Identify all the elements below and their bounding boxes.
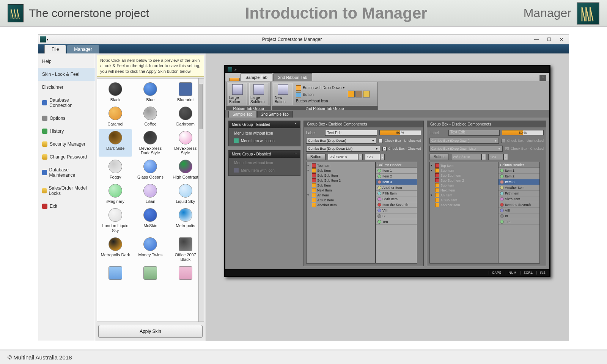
- list-item[interactable]: Fifth Item: [376, 191, 417, 196]
- preview-tab-second[interactable]: 2nd Ribbon Tab: [273, 73, 312, 81]
- skin-item-caramel[interactable]: Caramel: [99, 105, 132, 128]
- skin-note: Note: Click an item below to see a previ…: [97, 55, 204, 77]
- new-button[interactable]: New Button: [274, 83, 292, 105]
- menu-item-icon[interactable]: Menu Item with icon: [229, 137, 300, 144]
- button-icon: [296, 92, 301, 97]
- list-view[interactable]: Column Header Item 1Item 2Item 3Another …: [376, 162, 417, 264]
- subtab-second[interactable]: 2nd Sample Tab: [257, 111, 293, 118]
- list-item[interactable]: VIII: [376, 208, 417, 213]
- sidebar-db-maintenance[interactable]: Database Maintenance: [38, 163, 95, 182]
- skin-item-more[interactable]: [99, 265, 132, 283]
- sidebar-security[interactable]: Security Manager: [38, 138, 95, 151]
- skin-item-metropolis-dark[interactable]: Metropolis Dark: [99, 236, 132, 263]
- skin-item-money-twins[interactable]: Money Twins: [134, 236, 167, 263]
- skin-item-black[interactable]: Black: [99, 81, 132, 104]
- titlebar: ▾ Project Cornerstone Manager — ☐ ✕: [38, 35, 569, 44]
- preview-tab-sample[interactable]: Sample Tab: [241, 73, 272, 81]
- skin-item-coffee[interactable]: Coffee: [134, 105, 167, 128]
- minimize-button[interactable]: —: [534, 37, 539, 42]
- date-picker-disabled: 28/05/2018▾: [451, 154, 486, 160]
- sidebar-skin[interactable]: Skin - Look & Feel: [38, 68, 95, 81]
- button-plain[interactable]: Button: [295, 92, 346, 98]
- date-picker[interactable]: 28/05/2018▾: [328, 154, 363, 160]
- skin-scrollbar[interactable]: [198, 78, 204, 322]
- status-scrl: SCRL: [520, 271, 533, 275]
- skin-item-imaginary[interactable]: iMaginary: [99, 182, 132, 205]
- combo-dropdownlist[interactable]: Combo Box (Drop Down List)▼: [306, 146, 380, 152]
- list-item[interactable]: Ten: [376, 219, 417, 225]
- maximize-button[interactable]: ☐: [547, 37, 551, 42]
- list-item[interactable]: Item 3: [376, 179, 417, 185]
- skin-item-metropolis[interactable]: Metropolis: [169, 207, 202, 234]
- list-item[interactable]: IX: [376, 213, 417, 219]
- spin-edit[interactable]: 123▴: [365, 154, 385, 160]
- preview-window: » Sample Tab 2nd Ribbon Tab ⌃ Large Butt…: [224, 65, 550, 277]
- button-dropdown[interactable]: Button with Drop Down ▾: [295, 85, 346, 91]
- skin-item-london-liquid-sky[interactable]: London Liquid Sky: [99, 207, 132, 234]
- footer: © Multinail Australia 2018: [0, 350, 607, 364]
- skin-item-devexpress-dark-style[interactable]: DevExpress Dark Style: [134, 129, 167, 157]
- preview-tab-main[interactable]: [229, 78, 240, 81]
- close-button[interactable]: ✕: [560, 37, 563, 42]
- lock-icon: [42, 141, 47, 147]
- sidebar: Help Skin - Look & Feel Disclaimer Datab…: [38, 53, 95, 341]
- chevron-icon: »: [234, 67, 237, 72]
- list-item[interactable]: Item the Seventh: [376, 202, 417, 208]
- tree-view[interactable]: ▾Top Item ▾Sub Item Sub Sub Item Sub Sub…: [306, 162, 376, 264]
- list-item[interactable]: Sixth Item: [376, 196, 417, 202]
- sidebar-history[interactable]: History: [38, 125, 95, 138]
- collapse-icon[interactable]: ⌃: [294, 122, 297, 127]
- large-button[interactable]: Large Button: [228, 83, 247, 105]
- sidebar-options[interactable]: Options: [38, 112, 95, 125]
- apply-skin-button[interactable]: Apply Skin: [98, 325, 203, 338]
- list-scrollbar[interactable]: [417, 162, 421, 264]
- menu-group-disabled: Menu Group - Disabled⌃ Menu Item without…: [228, 150, 300, 176]
- tool-icon-3[interactable]: [363, 91, 370, 97]
- text-edit[interactable]: [325, 130, 377, 136]
- collapse-icon[interactable]: ⌃: [294, 152, 297, 156]
- subtab-sample[interactable]: Sample Tab: [228, 111, 257, 118]
- list-item[interactable]: Item 2: [376, 174, 417, 179]
- ribbon-collapse-icon[interactable]: ⌃: [539, 75, 546, 81]
- tab-file[interactable]: File: [44, 45, 66, 53]
- list-item[interactable]: Item 1: [376, 168, 417, 174]
- sidebar-help[interactable]: Help: [38, 55, 95, 68]
- menu-item-icon-disabled: Menu Item with icon: [229, 166, 300, 174]
- combo-dropdown[interactable]: Combo Box (Drop Down)▼: [306, 138, 376, 144]
- menu-item-icon-glyph: [234, 138, 239, 143]
- sidebar-exit[interactable]: Exit: [38, 200, 95, 213]
- sidebar-locks[interactable]: Sales/Order Model Locks: [38, 182, 95, 200]
- large-subitem-button[interactable]: Large SubItem: [249, 83, 268, 105]
- skin-item-more[interactable]: [169, 265, 202, 283]
- skin-item-office-2007-black[interactable]: Office 2007 Black: [169, 236, 202, 263]
- skin-item-mcskin[interactable]: McSkin: [134, 207, 167, 234]
- skin-item-high-contrast[interactable]: High Contrast: [169, 158, 202, 181]
- sidebar-change-password[interactable]: Change Password: [38, 151, 95, 163]
- skin-item-glass-oceans[interactable]: Glass Oceans: [134, 158, 167, 181]
- skin-item-foggy[interactable]: Foggy: [99, 158, 132, 181]
- dropdown-icon: [296, 85, 301, 91]
- list-item: Fifth Item: [498, 191, 539, 196]
- skin-item-blueprint[interactable]: Blueprint: [169, 81, 202, 104]
- preview-ribbon-tabs: Sample Tab 2nd Ribbon Tab ⌃: [225, 73, 549, 81]
- tool-icon-1[interactable]: [348, 91, 355, 97]
- skin-item-devexpress-style[interactable]: DevExpress Style: [169, 129, 202, 157]
- list-item: VIII: [498, 208, 539, 213]
- sample-button[interactable]: Button: [306, 154, 326, 160]
- skin-item-dark-side[interactable]: Dark Side: [99, 129, 132, 157]
- skin-item-more[interactable]: [134, 265, 167, 283]
- menu-item-noicon[interactable]: Menu Item without icon: [229, 130, 300, 137]
- sidebar-disclaimer[interactable]: Disclaimer: [38, 81, 95, 94]
- sidebar-db-connection[interactable]: Database Connection: [38, 94, 95, 112]
- tool-icon-2[interactable]: [355, 91, 362, 97]
- checkbox-checked[interactable]: ✓Check Box - Checked: [382, 147, 421, 151]
- skin-item-blue[interactable]: Blue: [134, 81, 167, 104]
- list-item[interactable]: Another Item: [376, 185, 417, 191]
- tab-manager[interactable]: Manager: [67, 45, 99, 53]
- skin-item-lilian[interactable]: Lilian: [134, 182, 167, 205]
- button-noicon[interactable]: Button without icon: [295, 99, 346, 104]
- list-item: IX: [498, 213, 539, 219]
- skin-item-darkroom[interactable]: Darkroom: [169, 105, 202, 128]
- skin-item-liquid-sky[interactable]: Liquid Sky: [169, 182, 202, 205]
- checkbox-unchecked[interactable]: Check Box - Unchecked: [379, 139, 421, 143]
